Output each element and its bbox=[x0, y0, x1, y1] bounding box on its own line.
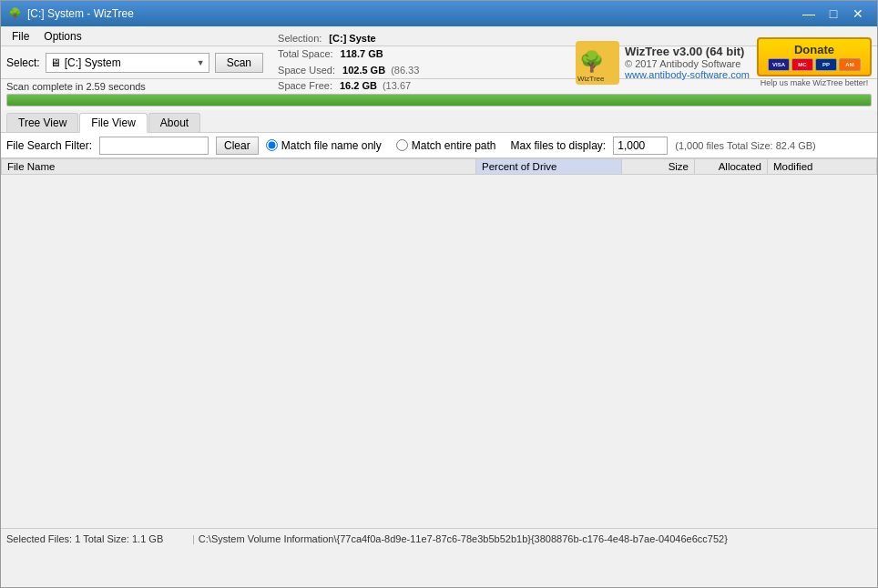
brand-section: 🌳 WizTree WizTree v3.00 (64 bit) © 2017 … bbox=[576, 37, 872, 87]
total-space-value: 118.7 GB bbox=[341, 46, 383, 62]
file-table: File Name Percent of Drive Size Allocate… bbox=[1, 158, 877, 175]
brand-copyright: © 2017 Antibody Software bbox=[625, 58, 750, 69]
visa-icon: VISA bbox=[768, 58, 790, 71]
progress-bar-background bbox=[6, 94, 872, 106]
file-table-container[interactable]: File Name Percent of Drive Size Allocate… bbox=[1, 158, 877, 528]
clear-button[interactable]: Clear bbox=[216, 137, 259, 155]
status-right: C:\System Volume Information\{77ca4f0a-8… bbox=[199, 533, 872, 544]
search-input[interactable] bbox=[99, 137, 209, 155]
svg-text:WizTree: WizTree bbox=[577, 75, 605, 83]
max-files-input[interactable] bbox=[613, 137, 668, 155]
col-filename[interactable]: File Name bbox=[2, 159, 476, 175]
radio-path-label: Match entire path bbox=[412, 139, 496, 152]
selection-value: [C:] Syste bbox=[329, 31, 375, 46]
app-icon: 🌳 bbox=[8, 7, 22, 20]
tab-about[interactable]: About bbox=[148, 113, 200, 132]
brand-url: www.antibody-software.com bbox=[625, 69, 750, 80]
svg-text:🌳: 🌳 bbox=[579, 49, 605, 74]
toolbar: Select: 🖥 [C:] System ▼ Scan Selection: … bbox=[1, 46, 877, 79]
maximize-button[interactable]: □ bbox=[822, 5, 845, 23]
close-button[interactable]: ✕ bbox=[846, 5, 870, 23]
space-free-value: 16.2 GB bbox=[340, 78, 377, 94]
filter-label: File Search Filter: bbox=[6, 139, 92, 152]
disk-info-panel: Selection: [C:] Syste Total Space: 118.7… bbox=[278, 31, 419, 93]
menu-file[interactable]: File bbox=[5, 28, 36, 45]
space-used-pct: (86.33 bbox=[391, 63, 419, 78]
drive-select[interactable]: 🖥 [C:] System ▼ bbox=[46, 53, 209, 73]
space-used-value: 102.5 GB bbox=[342, 63, 385, 78]
chevron-down-icon: ▼ bbox=[197, 58, 205, 67]
donate-subtext: Help us make WizTree better! bbox=[761, 78, 869, 87]
drive-icon: 🖥 bbox=[50, 56, 61, 69]
space-used-label: Space Used: bbox=[278, 63, 335, 78]
mc-icon: MC bbox=[791, 58, 813, 71]
tab-file-view[interactable]: File View bbox=[79, 113, 147, 133]
col-modified[interactable]: Modified bbox=[768, 159, 877, 175]
max-files-label: Max files to display: bbox=[511, 139, 607, 152]
space-free-label: Space Free: bbox=[278, 78, 332, 94]
files-info: (1,000 files Total Size: 82.4 GB) bbox=[675, 140, 816, 151]
filter-bar: File Search Filter: Clear Match file nam… bbox=[1, 133, 877, 158]
col-allocated[interactable]: Allocated bbox=[695, 159, 768, 175]
menu-options[interactable]: Options bbox=[36, 28, 88, 45]
minimize-button[interactable]: — bbox=[797, 5, 821, 23]
space-free-pct: (13.67 bbox=[383, 78, 411, 94]
tabs: Tree View File View About bbox=[1, 110, 877, 133]
radio-filename-label: Match file name only bbox=[281, 139, 382, 152]
selection-label: Selection: bbox=[278, 31, 322, 46]
scan-button[interactable]: Scan bbox=[215, 53, 263, 73]
tab-tree-view[interactable]: Tree View bbox=[6, 113, 78, 132]
title-bar: 🌳 [C:] System - WizTree — □ ✕ bbox=[1, 1, 877, 26]
amex-icon: AM bbox=[839, 58, 861, 71]
radio-filename[interactable] bbox=[266, 139, 278, 151]
pp-icon: PP bbox=[815, 58, 837, 71]
window-title: [C:] System - WizTree bbox=[27, 7, 134, 20]
status-left: Selected Files: 1 Total Size: 1.1 GB bbox=[6, 533, 189, 544]
donate-button[interactable]: Donate VISA MC PP AM bbox=[757, 37, 872, 76]
drive-value: [C:] System bbox=[65, 56, 121, 69]
brand-title: WizTree v3.00 (64 bit) bbox=[625, 45, 750, 58]
radio-path[interactable] bbox=[396, 139, 408, 151]
wiztree-logo: 🌳 WizTree bbox=[576, 41, 619, 85]
col-size[interactable]: Size bbox=[622, 159, 695, 175]
progress-bar-fill bbox=[7, 95, 871, 106]
col-percent[interactable]: Percent of Drive bbox=[476, 159, 622, 175]
donate-label: Donate bbox=[794, 43, 834, 56]
select-label: Select: bbox=[6, 56, 40, 69]
status-bar: Selected Files: 1 Total Size: 1.1 GB | C… bbox=[1, 528, 877, 548]
total-space-label: Total Space: bbox=[278, 46, 333, 62]
